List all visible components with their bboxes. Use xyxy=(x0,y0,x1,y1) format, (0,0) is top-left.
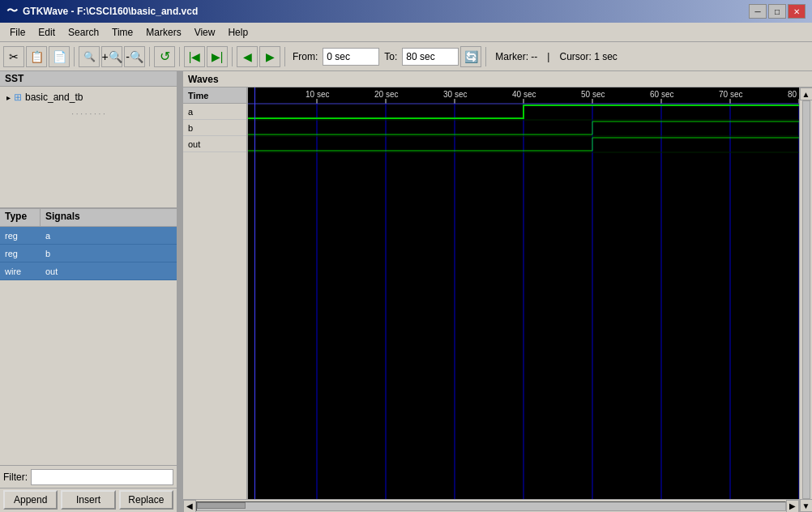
right-panel: Waves Time a b out xyxy=(183,71,812,512)
hscrollbar[interactable]: ◀ ▶ xyxy=(183,499,799,512)
titlebar-left: 〜 GTKWave - F:\CSCI160\basic_and.vcd xyxy=(6,4,198,19)
waves-header: Waves xyxy=(183,71,812,87)
waves-body: Time a b out xyxy=(183,87,799,499)
hscroll-thumb[interactable] xyxy=(197,502,246,509)
menu-search[interactable]: Search xyxy=(62,25,105,40)
sst-header: SST xyxy=(0,71,177,87)
signal-name-out: out xyxy=(41,265,177,278)
titlebar-title: GTKWave - F:\CSCI160\basic_and.vcd xyxy=(23,6,198,17)
hscroll-track[interactable] xyxy=(196,501,786,511)
time-col-header: Time xyxy=(183,87,246,104)
toolbar-begin[interactable]: |◀ xyxy=(184,46,205,67)
waves-section: Waves Time a b out xyxy=(183,71,812,512)
wave-signal-b: b xyxy=(183,120,246,136)
drag-handle: · · · · · · · · xyxy=(0,108,177,120)
action-buttons: Append Insert Replace xyxy=(0,488,177,512)
signal-row-b[interactable]: reg b xyxy=(0,245,177,262)
filter-input[interactable] xyxy=(31,469,173,485)
signal-row-out[interactable]: wire out xyxy=(0,262,177,280)
titlebar-controls[interactable]: ─ □ ✕ xyxy=(749,4,806,19)
toolbar-back[interactable]: ◀ xyxy=(237,46,258,67)
marker-info: Marker: -- xyxy=(490,51,542,62)
menu-help[interactable]: Help xyxy=(221,25,254,40)
toolbar: ✂ 📋 📄 🔍 +🔍 -🔍 ↺ |◀ ▶| ◀ ▶ From: To: 🔄 Ma… xyxy=(0,42,812,71)
hscroll-left-btn[interactable]: ◀ xyxy=(183,500,196,513)
menu-markers[interactable]: Markers xyxy=(139,25,187,40)
hscroll-right-btn[interactable]: ▶ xyxy=(786,500,799,513)
from-label: From: xyxy=(289,51,321,62)
menu-file[interactable]: File xyxy=(3,25,32,40)
signal-row-a[interactable]: reg a xyxy=(0,227,177,245)
toolbar-end[interactable]: ▶| xyxy=(207,46,228,67)
toolbar-sep4 xyxy=(232,47,233,66)
signal-name-a: a xyxy=(41,229,177,242)
signal-names-col: Time a b out xyxy=(183,87,248,499)
toolbar-zoom-fit[interactable]: 🔍 xyxy=(79,46,100,67)
toolbar-zoom-in[interactable]: +🔍 xyxy=(101,46,122,67)
signal-name-b: b xyxy=(41,247,177,260)
vscroll-track[interactable] xyxy=(802,100,810,499)
vscrollbar[interactable]: ▲ ▼ xyxy=(799,87,812,512)
toolbar-cut[interactable]: ✂ xyxy=(3,46,24,67)
waveform-canvas[interactable] xyxy=(248,87,799,499)
signal-type-b: reg xyxy=(0,247,41,260)
toolbar-sep2 xyxy=(149,47,150,66)
signals-list: reg a reg b wire out xyxy=(0,227,177,465)
toolbar-refresh[interactable]: 🔄 xyxy=(460,46,481,67)
menu-time[interactable]: Time xyxy=(105,25,139,40)
append-button[interactable]: Append xyxy=(3,490,58,510)
filter-label: Filter: xyxy=(3,471,28,483)
cursor-info: Cursor: 1 sec xyxy=(554,51,622,62)
waves-title: Waves xyxy=(188,74,219,85)
to-input[interactable] xyxy=(402,48,459,66)
sst-panel: SST ▸ ⊞ basic_and_tb · · · · · · · · xyxy=(0,71,177,209)
main-content: SST ▸ ⊞ basic_and_tb · · · · · · · · Typ… xyxy=(0,71,812,512)
waves-with-scroll: Time a b out ◀ xyxy=(183,87,812,512)
tree-item-root[interactable]: ▸ ⊞ basic_and_tb xyxy=(3,90,173,105)
menu-edit[interactable]: Edit xyxy=(32,25,62,40)
toolbar-paste[interactable]: 📄 xyxy=(49,46,70,67)
toolbar-copy[interactable]: 📋 xyxy=(26,46,47,67)
toolbar-sep6 xyxy=(485,47,486,66)
sep-pipe: | xyxy=(544,51,553,62)
signals-col-header: Signals xyxy=(41,209,177,226)
tree-expand-icon[interactable]: ▸ xyxy=(6,93,11,102)
left-panel: SST ▸ ⊞ basic_and_tb · · · · · · · · Typ… xyxy=(0,71,178,512)
toolbar-zoom-out[interactable]: -🔍 xyxy=(124,46,145,67)
app-icon: 〜 xyxy=(6,4,18,19)
wave-signal-a: a xyxy=(183,104,246,120)
vscroll-down-btn[interactable]: ▼ xyxy=(800,499,813,512)
toolbar-sep5 xyxy=(284,47,285,66)
tree-node-icon: ⊞ xyxy=(14,92,22,103)
waves-main: Time a b out ◀ xyxy=(183,87,799,512)
signal-type-out: wire xyxy=(0,265,41,278)
maximize-button[interactable]: □ xyxy=(768,4,786,19)
menubar: File Edit Search Time Markers View Help xyxy=(0,23,812,42)
sst-tree: ▸ ⊞ basic_and_tb xyxy=(0,87,177,108)
waveform-container[interactable] xyxy=(248,87,799,499)
toolbar-sep1 xyxy=(74,47,75,66)
type-col-header: Type xyxy=(0,209,41,226)
signals-header: Type Signals xyxy=(0,209,177,227)
from-input[interactable] xyxy=(323,48,379,66)
signal-type-a: reg xyxy=(0,229,41,242)
vscroll-up-btn[interactable]: ▲ xyxy=(800,87,813,100)
toolbar-forward[interactable]: ▶ xyxy=(259,46,280,67)
minimize-button[interactable]: ─ xyxy=(749,4,767,19)
close-button[interactable]: ✕ xyxy=(788,4,806,19)
sst-title: SST xyxy=(5,73,24,84)
toolbar-undo[interactable]: ↺ xyxy=(154,46,175,67)
insert-button[interactable]: Insert xyxy=(61,490,115,510)
wave-signal-out: out xyxy=(183,136,246,152)
to-label: To: xyxy=(381,51,400,62)
menu-view[interactable]: View xyxy=(188,25,222,40)
toolbar-sep3 xyxy=(179,47,180,66)
signals-panel: Type Signals reg a reg b wire out xyxy=(0,209,177,512)
tree-node-label: basic_and_tb xyxy=(25,92,83,103)
replace-button[interactable]: Replace xyxy=(119,490,173,510)
filter-bar: Filter: xyxy=(0,465,177,488)
titlebar: 〜 GTKWave - F:\CSCI160\basic_and.vcd ─ □… xyxy=(0,0,812,23)
